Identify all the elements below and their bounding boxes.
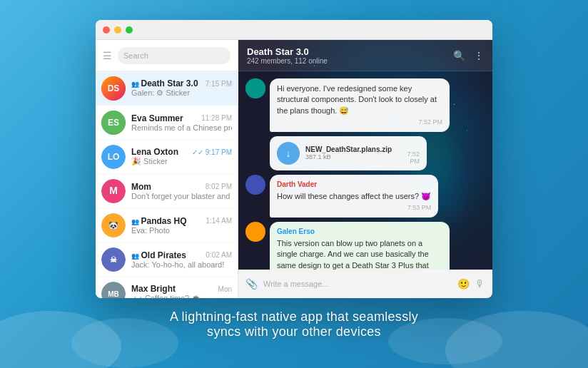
svg-text:DS: DS	[108, 83, 120, 93]
chat-time-eva-summer: 11:28 PM	[201, 114, 232, 122]
chat-panel: Death Star 3.0 242 members, 112 online 🔍…	[238, 40, 492, 298]
svg-point-19	[245, 175, 265, 195]
chat-preview-pandas-hq: Eva: Photo	[131, 226, 232, 235]
chat-time-old-pirates: 0:02 AM	[206, 251, 232, 259]
chat-header-actions: 🔍 ⋮	[453, 50, 484, 61]
svg-point-18	[245, 78, 265, 98]
sidebar-header: ☰ Search	[96, 40, 238, 71]
chat-time-death-star: 7:15 PM	[206, 80, 232, 88]
chat-info-max-bright: Max Bright Mon ✓✓ Coffee time? ☕	[131, 284, 232, 298]
svg-text:LO: LO	[108, 152, 120, 162]
file-icon: ↓	[277, 142, 300, 165]
messages-area: Hi everyone. I've redesigned some key st…	[238, 71, 492, 270]
avatar-max-bright: MB	[101, 282, 126, 299]
chat-item-eva-summer[interactable]: ES Eva Summer 11:28 PM Reminds me of a C…	[96, 106, 238, 140]
chat-header-info: Death Star 3.0 242 members, 112 online	[247, 46, 328, 65]
file-name: NEW_DeathStar.plans.zip	[305, 145, 392, 153]
maximize-button[interactable]	[126, 26, 133, 34]
input-area: 📎 Write a message... 🙂 🎙	[238, 270, 492, 298]
file-info: NEW_DeathStar.plans.zip 387.1 kB	[305, 145, 392, 160]
chat-info-old-pirates: 👥 Old Pirates 0:02 AM Jack: Yo-ho-ho, al…	[131, 250, 232, 269]
message-text-1: Hi everyone. I've redesigned some key st…	[277, 83, 442, 116]
more-options-icon[interactable]: ⋮	[474, 50, 484, 61]
chat-preview-eva-summer: Reminds me of a Chinese prove... 2	[131, 123, 232, 132]
avatar-mom: M	[101, 179, 126, 203]
microphone-icon[interactable]: 🎙	[475, 278, 485, 290]
chat-header: Death Star 3.0 242 members, 112 online 🔍…	[238, 40, 492, 71]
chat-time-pandas-hq: 1:14 AM	[206, 217, 232, 225]
chat-preview-mom: Don't forget your blaster and helmet	[131, 192, 232, 200]
message-row-3: Darth Vader How will these changes affec…	[245, 175, 485, 218]
chat-preview-death-star: Galen: ⚙ Sticker	[131, 88, 232, 98]
chat-name-mom: Mom	[131, 182, 151, 192]
chat-list: DS 👥 Death Star 3.0 7:15 PM Galen: ⚙ Sti…	[96, 71, 238, 298]
sidebar: ☰ Search DS	[96, 40, 238, 298]
chat-item-pandas-hq[interactable]: 🐼 👥 Pandas HQ 1:14 AM Eva: Photo	[96, 208, 238, 242]
svg-text:M: M	[109, 185, 118, 196]
caption: A lightning-fast native app that seamles…	[170, 310, 418, 339]
message-input-placeholder[interactable]: Write a message...	[263, 280, 452, 288]
chat-item-max-bright[interactable]: MB Max Bright Mon ✓✓ Coffee time? ☕	[96, 277, 238, 298]
emoji-icon[interactable]: 🙂	[457, 278, 470, 290]
title-bar	[96, 20, 492, 40]
file-attachment: ↓ NEW_DeathStar.plans.zip 387.1 kB 7:52 …	[270, 136, 427, 170]
search-placeholder: Search	[123, 51, 148, 60]
svg-text:☠: ☠	[110, 255, 117, 264]
avatar-old-pirates: ☠	[101, 247, 126, 272]
main-content: ☰ Search DS	[96, 40, 492, 298]
file-size: 387.1 kB	[305, 153, 392, 160]
cloud-decoration-left2	[71, 318, 178, 368]
chat-status: 242 members, 112 online	[247, 57, 328, 65]
message-row-2: ↓ NEW_DeathStar.plans.zip 387.1 kB 7:52 …	[245, 136, 485, 170]
avatar-eva-summer: ES	[101, 111, 126, 135]
search-chat-icon[interactable]: 🔍	[453, 50, 465, 61]
svg-text:ES: ES	[108, 118, 119, 128]
chat-preview-old-pirates: Jack: Yo-ho-ho, all aboard!	[131, 260, 232, 269]
chat-item-mom[interactable]: M Mom 8:02 PM Don't forget your blaster …	[96, 174, 238, 208]
message-sender-galen: Galen Erso	[277, 227, 442, 237]
message-text-darth: How will these changes affect the users?…	[277, 191, 431, 202]
message-time-darth: 7:53 PM	[277, 203, 431, 213]
window-controls	[103, 26, 133, 34]
chat-name-pandas-hq: 👥 Pandas HQ	[131, 216, 187, 226]
chat-name-lena-oxton: Lena Oxton	[131, 147, 178, 157]
avatar-lena-oxton: LO	[101, 145, 126, 169]
close-button[interactable]	[103, 26, 110, 34]
chat-name-old-pirates: 👥 Old Pirates	[131, 250, 186, 260]
chat-item-lena-oxton[interactable]: LO Lena Oxton ✓✓ 9:17 PM 🎉 Sticker	[96, 140, 238, 174]
message-row-1: Hi everyone. I've redesigned some key st…	[245, 78, 485, 132]
message-time-1: 7:52 PM	[277, 118, 442, 127]
message-bubble-darth: Darth Vader How will these changes affec…	[270, 175, 438, 218]
file-time: 7:52 PM	[397, 150, 420, 165]
minimize-button[interactable]	[114, 26, 121, 34]
chat-info-eva-summer: Eva Summer 11:28 PM Reminds me of a Chin…	[131, 113, 232, 132]
chat-name-death-star: 👥 Death Star 3.0	[131, 78, 198, 88]
msg-avatar-1	[245, 78, 265, 98]
attachment-icon[interactable]: 📎	[245, 278, 258, 290]
chat-info-death-star: 👥 Death Star 3.0 7:15 PM Galen: ⚙ Sticke…	[131, 78, 232, 98]
avatar-death-star: DS	[101, 76, 126, 101]
message-sender-darth: Darth Vader	[277, 180, 431, 190]
caption-line1: A lightning-fast native app that seamles…	[170, 310, 418, 324]
hamburger-icon[interactable]: ☰	[103, 50, 112, 61]
svg-text:MB: MB	[108, 290, 119, 298]
avatar-pandas-hq: 🐼	[101, 213, 126, 237]
chat-time-mom: 8:02 PM	[206, 183, 232, 190]
chat-preview-max-bright: ✓✓ Coffee time? ☕	[131, 294, 232, 298]
app-window: ☰ Search DS	[96, 20, 492, 298]
chat-info-lena-oxton: Lena Oxton ✓✓ 9:17 PM 🎉 Sticker	[131, 147, 232, 166]
search-box[interactable]: Search	[118, 47, 230, 64]
chat-time-lena-oxton: ✓✓ 9:17 PM	[192, 148, 232, 156]
message-row-4: Galen Erso This version can blow up two …	[245, 222, 485, 270]
message-text-galen: This version can blow up two planets on …	[277, 238, 442, 270]
chat-info-mom: Mom 8:02 PM Don't forget your blaster an…	[131, 182, 232, 200]
message-bubble-galen: Galen Erso This version can blow up two …	[270, 222, 450, 270]
chat-item-old-pirates[interactable]: ☠ 👥 Old Pirates 0:02 AM Jack: Yo-ho-ho, …	[96, 242, 238, 277]
chat-time-max-bright: Mon	[218, 285, 232, 293]
svg-point-20	[245, 222, 265, 242]
chat-title: Death Star 3.0	[247, 46, 328, 57]
message-bubble-1: Hi everyone. I've redesigned some key st…	[270, 78, 450, 132]
chat-preview-lena-oxton: 🎉 Sticker	[131, 157, 232, 166]
chat-name-eva-summer: Eva Summer	[131, 113, 183, 123]
chat-item-death-star[interactable]: DS 👥 Death Star 3.0 7:15 PM Galen: ⚙ Sti…	[96, 71, 238, 106]
